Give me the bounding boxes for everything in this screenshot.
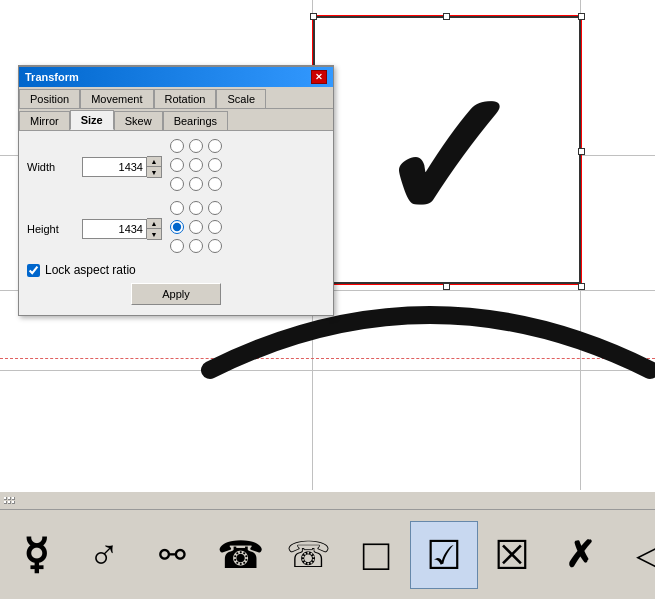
- radio-h-tr[interactable]: [208, 201, 222, 215]
- radio-w-tl[interactable]: [170, 139, 184, 153]
- toolbar-phone-icon[interactable]: ☎: [206, 521, 274, 589]
- tabs-row2: Mirror Size Skew Bearings: [19, 109, 333, 131]
- radio-w-bl[interactable]: [170, 177, 184, 191]
- height-radio-grid: [170, 201, 226, 257]
- radio-w-tr[interactable]: [208, 139, 222, 153]
- tab-skew[interactable]: Skew: [114, 111, 163, 130]
- toolbar-arrow-icon[interactable]: ◁: [614, 521, 655, 589]
- tabs-row1: Position Movement Rotation Scale: [19, 87, 333, 109]
- apply-button[interactable]: Apply: [131, 283, 221, 305]
- dialog-body: Width ▲ ▼ Heigh: [19, 131, 333, 315]
- height-row: Height ▲ ▼: [27, 201, 325, 257]
- radio-h-bl[interactable]: [170, 239, 184, 253]
- radio-h-ml[interactable]: [170, 220, 184, 234]
- width-input[interactable]: [82, 157, 147, 177]
- toolbar-xmark-icon[interactable]: ☒: [478, 521, 546, 589]
- radio-w-mr[interactable]: [208, 158, 222, 172]
- height-up-btn[interactable]: ▲: [147, 219, 161, 229]
- height-down-btn[interactable]: ▼: [147, 229, 161, 239]
- width-up-btn[interactable]: ▲: [147, 157, 161, 167]
- width-row: Width ▲ ▼: [27, 139, 325, 195]
- dialog-titlebar: Transform ✕: [19, 67, 333, 87]
- dot-row-1: [4, 497, 15, 500]
- radio-h-mr[interactable]: [208, 220, 222, 234]
- radio-w-bc[interactable]: [189, 177, 203, 191]
- height-label: Height: [27, 223, 82, 235]
- toolbar-checkmark-icon[interactable]: ☑: [410, 521, 478, 589]
- radio-w-ml[interactable]: [170, 158, 184, 172]
- toolbar-icon-1[interactable]: ☿: [2, 521, 70, 589]
- lock-row: Lock aspect ratio: [27, 263, 325, 277]
- height-input-group: ▲ ▼: [82, 218, 162, 240]
- dot-row-2: [4, 501, 15, 504]
- lock-checkbox[interactable]: [27, 264, 40, 277]
- radio-h-mc[interactable]: [189, 220, 203, 234]
- handle-mr[interactable]: [578, 148, 585, 155]
- tab-mirror[interactable]: Mirror: [19, 111, 70, 130]
- lock-label: Lock aspect ratio: [45, 263, 136, 277]
- tab-scale[interactable]: Scale: [216, 89, 266, 108]
- handle-tl[interactable]: [310, 13, 317, 20]
- toolbar-square-icon[interactable]: □: [342, 521, 410, 589]
- width-down-btn[interactable]: ▼: [147, 167, 161, 177]
- tab-size[interactable]: Size: [70, 110, 114, 130]
- tab-bearings[interactable]: Bearings: [163, 111, 228, 130]
- handle-tc[interactable]: [443, 13, 450, 20]
- dialog-close-button[interactable]: ✕: [311, 70, 327, 84]
- toolbar-x-icon[interactable]: ✗: [546, 521, 614, 589]
- checkmark-symbol: ✓: [372, 70, 523, 250]
- toolbar-drag-handle: [4, 497, 15, 504]
- radio-h-tc[interactable]: [189, 201, 203, 215]
- handle-br[interactable]: [578, 283, 585, 290]
- radio-h-bc[interactable]: [189, 239, 203, 253]
- dialog-title: Transform: [25, 71, 79, 83]
- height-input[interactable]: [82, 219, 147, 239]
- radio-h-br[interactable]: [208, 239, 222, 253]
- height-spinner: ▲ ▼: [147, 218, 162, 240]
- toolbar-icons: ☿ ♂ ⚯ ☎ ☏ □ ☑ ☒ ✗ ◁: [0, 510, 655, 599]
- width-input-group: ▲ ▼: [82, 156, 162, 178]
- width-label: Width: [27, 161, 82, 173]
- radio-w-tc[interactable]: [189, 139, 203, 153]
- radio-h-tl[interactable]: [170, 201, 184, 215]
- width-spinner: ▲ ▼: [147, 156, 162, 178]
- tab-position[interactable]: Position: [19, 89, 80, 108]
- handle-bc[interactable]: [443, 283, 450, 290]
- toolbar-icon-3[interactable]: ⚯: [138, 521, 206, 589]
- toolbar-icon-2[interactable]: ♂: [70, 521, 138, 589]
- radio-w-mc[interactable]: [189, 158, 203, 172]
- checkmark-container: ✓: [312, 15, 582, 285]
- handle-tr[interactable]: [578, 13, 585, 20]
- toolbar-handle: [0, 492, 655, 510]
- bottom-toolbar: ☿ ♂ ⚯ ☎ ☏ □ ☑ ☒ ✗ ◁: [0, 490, 655, 599]
- tab-movement[interactable]: Movement: [80, 89, 153, 108]
- radio-w-br[interactable]: [208, 177, 222, 191]
- tab-rotation[interactable]: Rotation: [154, 89, 217, 108]
- width-radio-grid: [170, 139, 226, 195]
- transform-dialog: Transform ✕ Position Movement Rotation S…: [18, 65, 334, 316]
- toolbar-phone2-icon[interactable]: ☏: [274, 521, 342, 589]
